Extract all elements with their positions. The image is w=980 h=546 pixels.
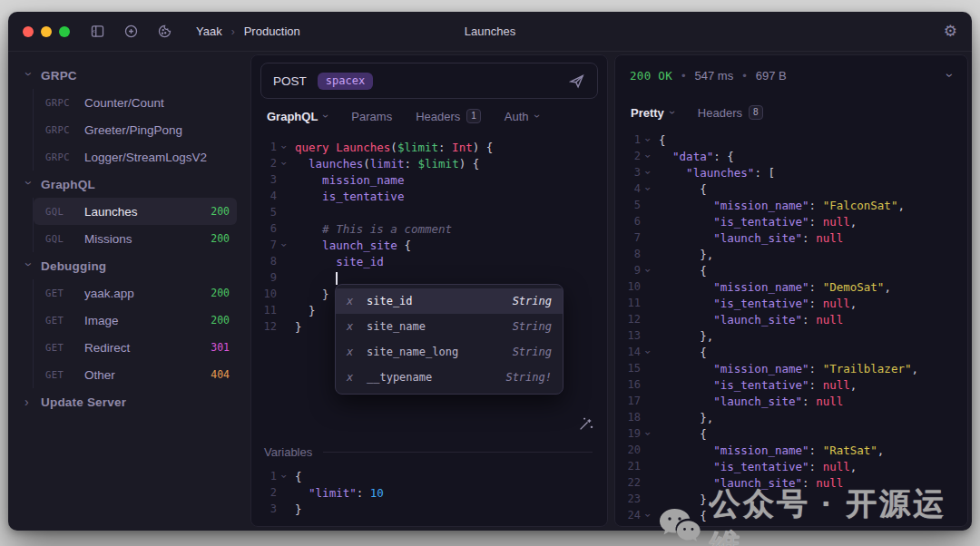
chevron-down-icon: › [666,111,679,114]
line-number: 19 [621,427,641,440]
autocomplete-item[interactable]: xsite_nameString [336,314,563,339]
code-text: } [291,304,316,317]
close-window-button[interactable] [23,26,34,37]
code-line: 24› { [621,507,967,523]
status-code: 200 [211,314,230,327]
sidebar-item[interactable]: GQLLaunches200 [34,198,237,225]
request-name: Image [84,314,202,327]
code-text: "launch_site": null [655,395,843,408]
line-number: 3 [621,166,641,179]
tab-auth[interactable]: Auth› [505,110,539,123]
code-text: "data": { [655,150,734,163]
autocomplete-item[interactable]: xsite_idString [336,288,563,314]
sidebar-item[interactable]: GETRedirect301 [34,334,237,361]
chevron-icon: › [22,262,36,271]
autocomplete-item[interactable]: xsite_name_longString [336,339,563,365]
folder-label: Update Server [41,395,126,409]
tab-pretty[interactable]: Pretty› [631,106,674,120]
request-name: Counter/Count [84,96,230,110]
line-number: 24 [621,509,641,522]
code-line: 7 "launch_site": null [621,229,967,246]
line-number: 13 [621,329,641,342]
sidebar-toggle-icon[interactable] [90,24,105,39]
tab-graphql[interactable]: GraphQL› [267,110,328,123]
line-number: 2 [257,157,277,170]
sidebar-item[interactable]: GETyaak.app200 [34,279,237,307]
code-line: 19› { [621,425,967,442]
line-number: 6 [257,222,277,235]
code-text: { [291,470,302,483]
code-line: 3› "launches": [ [621,164,967,180]
fold-toggle-icon[interactable]: › [278,238,290,252]
sidebar-item[interactable]: GETImage200 [34,307,237,334]
fold-toggle-icon[interactable]: › [642,132,654,147]
fold-toggle-icon[interactable]: › [642,165,654,180]
environment-name[interactable]: Production [244,24,300,38]
request-method: GRPC [45,124,76,135]
fold-toggle-icon[interactable]: › [642,181,654,196]
code-text: } [291,288,329,301]
send-request-button[interactable] [568,73,585,90]
variable-x-icon: x [347,295,358,307]
status-code: 200 [211,287,230,299]
app-window: Yaak › Production Launches ⚙ ›GRPCGRPCCo… [8,12,972,531]
sidebar-item[interactable]: GRPCLogger/StreamLogsV2 [34,143,237,171]
cookie-jar-icon[interactable] [157,24,172,39]
request-method: GET [45,342,76,353]
code-text: }, [655,492,713,506]
folder-items: GETyaak.app200GETImage200GETRedirect301G… [33,279,237,388]
sidebar-item[interactable]: GQLMissions200 [34,225,237,252]
workspace-name[interactable]: Yaak [196,24,222,38]
code-line: 9› { [621,262,967,278]
fold-toggle-icon[interactable]: › [642,426,654,441]
code-line: 12 "launch_site": null [621,311,967,327]
fold-toggle-icon[interactable]: › [642,263,654,278]
suggestion-name: site_id [367,295,504,307]
sidebar-folder[interactable]: ›GRPC [17,62,237,89]
tab-headers[interactable]: Headers1 [416,109,481,123]
response-menu-button[interactable]: › [948,68,953,83]
request-method: GRPC [45,97,76,108]
code-text: "mission_name": "Trailblazer", [655,362,918,375]
breadcrumb[interactable]: Yaak › Production [196,24,300,38]
sidebar-item[interactable]: GETOther404 [34,361,237,388]
graphql-query-editor[interactable]: xsite_idStringxsite_nameStringxsite_name… [251,133,607,414]
fold-toggle-icon[interactable]: › [278,140,290,154]
fold-toggle-icon[interactable]: › [278,469,290,483]
request-name: Launches [84,205,202,219]
new-request-icon[interactable] [123,24,139,39]
sidebar-folder[interactable]: ›Debugging [17,252,237,279]
sidebar-folder[interactable]: ›Update Server [17,388,237,415]
sidebar-item[interactable]: GRPCGreeter/PingPong [34,116,237,143]
tab-headers[interactable]: Headers8 [698,105,763,120]
chevron-down-icon: › [319,114,332,118]
line-number: 18 [621,411,641,424]
format-wand-icon[interactable] [578,415,594,434]
fold-toggle-icon[interactable]: › [642,508,654,522]
line-number: 6 [621,215,641,228]
status-code: 404 [211,368,230,381]
zoom-window-button[interactable] [59,26,70,37]
sidebar-folder[interactable]: ›GraphQL [17,171,237,198]
suggestion-type: String! [505,371,552,384]
url-bar[interactable]: POST spacex [260,63,598,99]
code-text: site_id [291,255,384,268]
code-line: 15 "mission_name": "Trailblazer", [621,360,967,376]
traffic-lights [23,26,70,37]
code-text: "is_tentative": null, [655,460,857,473]
variables-editor[interactable]: 1›{2 "limit": 103} [251,463,607,526]
chevron-icon: › [22,72,36,81]
tab-params[interactable]: Params [351,110,392,123]
sidebar-item[interactable]: GRPCCounter/Count [34,89,237,116]
autocomplete-item[interactable]: x__typenameString! [336,365,563,390]
autocomplete-dropdown: xsite_idStringxsite_nameStringxsite_name… [335,284,564,395]
code-text: mission_name [291,173,404,187]
settings-gear-icon[interactable]: ⚙ [944,24,957,39]
fold-toggle-icon[interactable]: › [642,149,654,163]
chevron-down-icon: › [944,73,958,78]
main-content: ›GRPCGRPCCounter/CountGRPCGreeter/PingPo… [8,52,972,531]
minimize-window-button[interactable] [41,26,52,37]
response-body-viewer[interactable]: 1›{2› "data": {3› "launches": [4› {5 "mi… [615,130,967,526]
fold-toggle-icon[interactable]: › [278,156,290,171]
fold-toggle-icon[interactable]: › [642,345,654,359]
